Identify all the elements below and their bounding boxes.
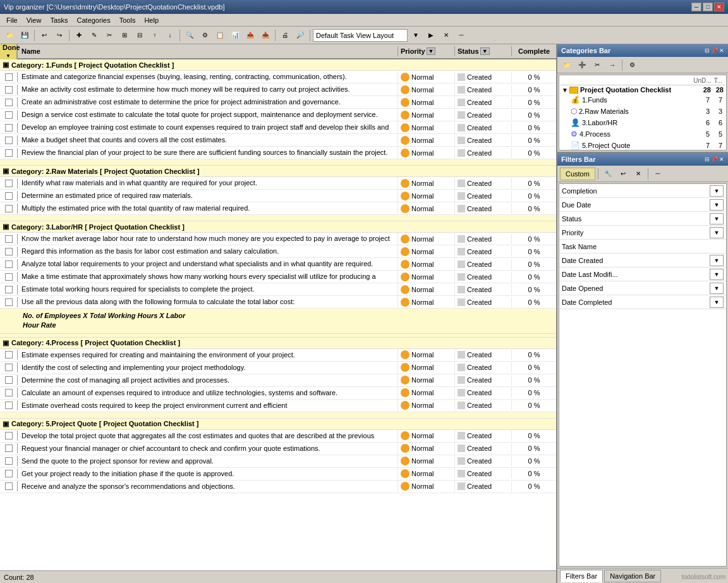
menu-tools[interactable]: Tools [116, 16, 140, 25]
tree-item-labor[interactable]: 👤 3.Labor/HR 6 6 [561, 117, 725, 128]
menu-file[interactable]: File [3, 16, 21, 25]
cat-tool-1[interactable]: 📁 [560, 58, 574, 72]
toolbar-btn-8[interactable]: ⊞ [118, 28, 131, 42]
cat-pin-btn[interactable]: 📌 [711, 47, 718, 54]
priority-filter-icon[interactable]: ▼ [427, 47, 436, 55]
expand-icon-4[interactable]: ▣ [3, 339, 9, 347]
filter-tool-2[interactable]: ↩ [616, 167, 630, 181]
toolbar-btn-3[interactable]: ↩ [37, 28, 51, 42]
toolbar-btn-1[interactable]: 📁 [3, 28, 16, 42]
task-checkbox[interactable] [5, 73, 13, 81]
maximize-button[interactable]: □ [703, 3, 713, 11]
task-checkbox[interactable] [5, 389, 13, 396]
cat-tool-2[interactable]: ➕ [575, 58, 589, 72]
toolbar-btn-2[interactable]: 💾 [18, 28, 32, 42]
cat-tool-5[interactable]: ⚙ [625, 58, 639, 72]
menu-help[interactable]: Help [140, 16, 162, 25]
task-checkbox[interactable] [5, 432, 13, 439]
filter-close-btn[interactable]: ✕ [719, 156, 724, 163]
toolbar-btn-5[interactable]: ✚ [72, 28, 86, 42]
task-checkbox[interactable] [5, 149, 13, 157]
status-filter-icon[interactable]: ▼ [480, 47, 490, 55]
toolbar-btn-14[interactable]: 📋 [213, 28, 227, 42]
task-checkbox[interactable] [5, 180, 13, 187]
toolbar-btn-21[interactable]: ✕ [439, 28, 453, 42]
task-checkbox[interactable] [5, 235, 13, 243]
task-checkbox[interactable] [5, 205, 13, 212]
tab-filters-bar[interactable]: Filters Bar [560, 570, 603, 582]
tree-item-quote[interactable]: 📄 5.Project Quote 7 7 [561, 140, 725, 150]
cat-close-btn[interactable]: ✕ [719, 47, 724, 54]
tree-item-raw[interactable]: ⬡ 2.Raw Materials 3 3 [561, 106, 725, 117]
cat-tool-4[interactable]: → [605, 58, 619, 72]
toolbar-btn-16[interactable]: 📤 [243, 28, 257, 42]
menu-tasks[interactable]: Tasks [46, 16, 71, 25]
toolbar-btn-19[interactable]: 🔎 [293, 28, 307, 42]
filter-status-dropdown[interactable]: ▼ [710, 213, 724, 224]
cat-restore-btn[interactable]: ⊟ [705, 47, 710, 54]
task-checkbox[interactable] [5, 86, 13, 94]
menu-view[interactable]: View [23, 16, 46, 25]
expand-icon-5[interactable]: ▣ [3, 420, 9, 428]
task-checkbox[interactable] [5, 111, 13, 119]
priority-icon [401, 179, 410, 188]
expand-icon-2[interactable]: ▣ [3, 167, 9, 175]
layout-arrow[interactable]: ▼ [409, 28, 423, 42]
minimize-button[interactable]: ─ [691, 3, 701, 11]
layout-dropdown[interactable]: Default Task View Layout [313, 29, 408, 42]
filter-datecompleted-dropdown[interactable]: ▼ [710, 297, 724, 308]
task-checkbox[interactable] [5, 273, 13, 281]
filter-completion-dropdown[interactable]: ▼ [710, 185, 724, 197]
filter-restore-btn[interactable]: ⊟ [705, 156, 710, 163]
filter-datecreated-dropdown[interactable]: ▼ [710, 255, 724, 266]
task-checkbox[interactable] [5, 351, 13, 359]
toolbar-btn-20[interactable]: ▶ [424, 28, 438, 42]
toolbar-btn-9[interactable]: ⊟ [133, 28, 147, 42]
close-button[interactable]: ✕ [714, 3, 724, 11]
filter-tool-3[interactable]: ✕ [631, 167, 645, 181]
cat-tool-3[interactable]: ✂ [590, 58, 604, 72]
status-val: Created [467, 286, 492, 293]
task-checkbox[interactable] [5, 457, 13, 465]
tree-item-funds[interactable]: 💰 1.Funds 7 7 [561, 94, 725, 106]
toolbar-btn-17[interactable]: 📥 [258, 28, 272, 42]
task-checkbox[interactable] [5, 286, 13, 293]
filter-duedate-dropdown[interactable]: ▼ [710, 199, 724, 211]
toolbar-btn-7[interactable]: ✂ [102, 28, 116, 42]
filter-priority-dropdown[interactable]: ▼ [710, 227, 724, 238]
filter-tool-1[interactable]: 🔧 [601, 167, 615, 181]
task-checkbox[interactable] [5, 248, 13, 255]
task-checkbox[interactable] [5, 99, 13, 106]
expand-icon-3[interactable]: ▣ [3, 223, 9, 231]
menu-categories[interactable]: Categories [73, 16, 114, 25]
task-checkbox[interactable] [5, 298, 13, 306]
toolbar-btn-15[interactable]: 📊 [228, 28, 242, 42]
task-checkbox[interactable] [5, 261, 13, 268]
toolbar-btn-22[interactable]: ─ [454, 28, 468, 42]
toolbar-btn-11[interactable]: ↓ [163, 28, 177, 42]
toolbar-btn-18[interactable]: 🖨 [278, 28, 292, 42]
filter-datelastmod-dropdown[interactable]: ▼ [710, 269, 724, 280]
task-checkbox[interactable] [5, 376, 13, 384]
toolbar-btn-12[interactable]: 🔍 [183, 28, 197, 42]
task-checkbox[interactable] [5, 402, 13, 409]
task-checkbox[interactable] [5, 470, 13, 477]
toolbar-btn-13[interactable]: ⚙ [198, 28, 212, 42]
task-checkbox[interactable] [5, 124, 13, 132]
toolbar-btn-4[interactable]: ↪ [52, 28, 66, 42]
task-checkbox[interactable] [5, 445, 13, 452]
filter-dateopened-dropdown[interactable]: ▼ [710, 283, 724, 294]
toolbar-btn-6[interactable]: ✎ [87, 28, 101, 42]
custom-filter-button[interactable]: Custom [560, 168, 595, 180]
tree-root[interactable]: ▼ Project Quotation Checklist 28 28 [561, 85, 725, 94]
tree-item-process[interactable]: ⚙ 4.Process 5 5 [561, 128, 725, 140]
task-checkbox[interactable] [5, 137, 13, 144]
toolbar-btn-10[interactable]: ↑ [148, 28, 162, 42]
task-checkbox[interactable] [5, 482, 13, 490]
task-checkbox[interactable] [5, 364, 13, 371]
tab-navigation-bar[interactable]: Navigation Bar [604, 570, 661, 582]
expand-icon-1[interactable]: ▣ [3, 61, 9, 69]
task-checkbox[interactable] [5, 192, 13, 200]
filter-pin-btn[interactable]: 📌 [711, 156, 718, 163]
filter-tool-4[interactable]: ─ [651, 167, 665, 181]
